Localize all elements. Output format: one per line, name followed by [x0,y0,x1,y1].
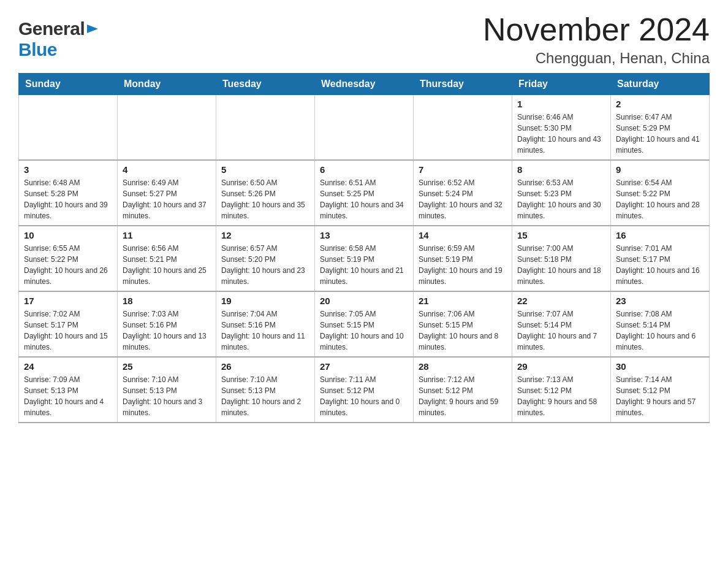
calendar-day-cell: 5Sunrise: 6:50 AM Sunset: 5:26 PM Daylig… [216,160,315,226]
calendar-day-cell: 8Sunrise: 6:53 AM Sunset: 5:23 PM Daylig… [512,160,611,226]
calendar-day-cell [414,95,512,161]
calendar-day-cell: 13Sunrise: 6:58 AM Sunset: 5:19 PM Dayli… [315,226,414,291]
day-info: Sunrise: 7:05 AM Sunset: 5:15 PM Dayligh… [320,308,408,353]
calendar-day-cell: 10Sunrise: 6:55 AM Sunset: 5:22 PM Dayli… [19,226,118,291]
day-number: 19 [221,296,309,306]
day-info: Sunrise: 7:11 AM Sunset: 5:12 PM Dayligh… [320,374,408,418]
calendar-table: SundayMondayTuesdayWednesdayThursdayFrid… [18,73,710,423]
calendar-title: November 2024 [483,12,710,47]
calendar-day-cell: 4Sunrise: 6:49 AM Sunset: 5:27 PM Daylig… [118,160,216,226]
calendar-day-cell: 18Sunrise: 7:03 AM Sunset: 5:16 PM Dayli… [118,291,216,357]
day-number: 24 [24,361,112,372]
day-info: Sunrise: 7:04 AM Sunset: 5:16 PM Dayligh… [221,308,309,353]
day-number: 17 [24,296,112,306]
day-number: 16 [616,230,704,240]
day-info: Sunrise: 7:12 AM Sunset: 5:12 PM Dayligh… [419,374,507,418]
calendar-day-cell: 15Sunrise: 7:00 AM Sunset: 5:18 PM Dayli… [512,226,611,291]
calendar-week-row: 10Sunrise: 6:55 AM Sunset: 5:22 PM Dayli… [19,226,710,291]
day-number: 7 [419,164,507,175]
calendar-day-cell: 24Sunrise: 7:09 AM Sunset: 5:13 PM Dayli… [19,357,118,423]
day-number: 2 [616,99,704,109]
calendar-day-cell: 16Sunrise: 7:01 AM Sunset: 5:17 PM Dayli… [611,226,710,291]
day-info: Sunrise: 6:51 AM Sunset: 5:25 PM Dayligh… [320,177,408,221]
calendar-day-cell: 20Sunrise: 7:05 AM Sunset: 5:15 PM Dayli… [315,291,414,357]
day-number: 26 [221,361,309,372]
day-info: Sunrise: 6:47 AM Sunset: 5:29 PM Dayligh… [616,112,704,156]
day-info: Sunrise: 7:13 AM Sunset: 5:12 PM Dayligh… [517,374,605,418]
weekday-header-thursday: Thursday [414,74,512,95]
calendar-title-block: November 2024 Chengguan, Henan, China [483,12,710,67]
calendar-day-cell: 14Sunrise: 6:59 AM Sunset: 5:19 PM Dayli… [414,226,512,291]
calendar-day-cell: 22Sunrise: 7:07 AM Sunset: 5:14 PM Dayli… [512,291,611,357]
day-info: Sunrise: 7:01 AM Sunset: 5:17 PM Dayligh… [616,243,704,287]
day-number: 6 [320,164,408,175]
day-info: Sunrise: 7:00 AM Sunset: 5:18 PM Dayligh… [517,243,605,287]
day-info: Sunrise: 6:53 AM Sunset: 5:23 PM Dayligh… [517,177,605,221]
day-number: 9 [616,164,704,175]
day-number: 18 [123,296,211,306]
day-number: 29 [517,361,605,372]
weekday-header-saturday: Saturday [611,74,710,95]
calendar-day-cell: 29Sunrise: 7:13 AM Sunset: 5:12 PM Dayli… [512,357,611,423]
day-info: Sunrise: 6:59 AM Sunset: 5:19 PM Dayligh… [419,243,507,287]
calendar-day-cell: 17Sunrise: 7:02 AM Sunset: 5:17 PM Dayli… [19,291,118,357]
day-info: Sunrise: 7:10 AM Sunset: 5:13 PM Dayligh… [123,374,211,418]
calendar-day-cell: 30Sunrise: 7:14 AM Sunset: 5:12 PM Dayli… [611,357,710,423]
weekday-header-sunday: Sunday [19,74,118,95]
day-number: 20 [320,296,408,306]
calendar-day-cell: 2Sunrise: 6:47 AM Sunset: 5:29 PM Daylig… [611,95,710,161]
calendar-day-cell [315,95,414,161]
day-info: Sunrise: 6:52 AM Sunset: 5:24 PM Dayligh… [419,177,507,221]
day-number: 14 [419,230,507,240]
calendar-day-cell: 11Sunrise: 6:56 AM Sunset: 5:21 PM Dayli… [118,226,216,291]
calendar-day-cell: 19Sunrise: 7:04 AM Sunset: 5:16 PM Dayli… [216,291,315,357]
day-number: 10 [24,230,112,240]
calendar-day-cell: 12Sunrise: 6:57 AM Sunset: 5:20 PM Dayli… [216,226,315,291]
calendar-day-cell: 26Sunrise: 7:10 AM Sunset: 5:13 PM Dayli… [216,357,315,423]
calendar-day-cell: 3Sunrise: 6:48 AM Sunset: 5:28 PM Daylig… [19,160,118,226]
weekday-header-row: SundayMondayTuesdayWednesdayThursdayFrid… [19,74,710,95]
day-number: 11 [123,230,211,240]
day-number: 4 [123,164,211,175]
logo-blue-text: Blue [18,39,57,59]
day-info: Sunrise: 7:14 AM Sunset: 5:12 PM Dayligh… [616,374,704,418]
day-number: 15 [517,230,605,240]
calendar-week-row: 1Sunrise: 6:46 AM Sunset: 5:30 PM Daylig… [19,95,710,161]
day-number: 28 [419,361,507,372]
day-info: Sunrise: 6:58 AM Sunset: 5:19 PM Dayligh… [320,243,408,287]
day-info: Sunrise: 6:50 AM Sunset: 5:26 PM Dayligh… [221,177,309,221]
day-info: Sunrise: 7:06 AM Sunset: 5:15 PM Dayligh… [419,308,507,353]
calendar-day-cell [216,95,315,161]
logo: General Blue [18,18,99,60]
day-info: Sunrise: 7:09 AM Sunset: 5:13 PM Dayligh… [24,374,112,418]
calendar-day-cell: 27Sunrise: 7:11 AM Sunset: 5:12 PM Dayli… [315,357,414,423]
day-number: 1 [517,99,605,109]
day-info: Sunrise: 7:08 AM Sunset: 5:14 PM Dayligh… [616,308,704,353]
calendar-week-row: 24Sunrise: 7:09 AM Sunset: 5:13 PM Dayli… [19,357,710,423]
day-info: Sunrise: 6:56 AM Sunset: 5:21 PM Dayligh… [123,243,211,287]
day-info: Sunrise: 6:48 AM Sunset: 5:28 PM Dayligh… [24,177,112,221]
logo-arrow-icon [85,22,99,36]
calendar-week-row: 17Sunrise: 7:02 AM Sunset: 5:17 PM Dayli… [19,291,710,357]
weekday-header-tuesday: Tuesday [216,74,315,95]
day-number: 8 [517,164,605,175]
calendar-day-cell: 25Sunrise: 7:10 AM Sunset: 5:13 PM Dayli… [118,357,216,423]
day-info: Sunrise: 7:10 AM Sunset: 5:13 PM Dayligh… [221,374,309,418]
day-number: 21 [419,296,507,306]
page-header: General Blue November 2024 Chengguan, He… [18,12,710,67]
day-number: 27 [320,361,408,372]
day-info: Sunrise: 6:49 AM Sunset: 5:27 PM Dayligh… [123,177,211,221]
day-info: Sunrise: 7:03 AM Sunset: 5:16 PM Dayligh… [123,308,211,353]
day-number: 13 [320,230,408,240]
weekday-header-wednesday: Wednesday [315,74,414,95]
day-info: Sunrise: 6:57 AM Sunset: 5:20 PM Dayligh… [221,243,309,287]
day-number: 3 [24,164,112,175]
day-info: Sunrise: 6:54 AM Sunset: 5:22 PM Dayligh… [616,177,704,221]
calendar-day-cell [118,95,216,161]
calendar-subtitle: Chengguan, Henan, China [483,50,710,67]
calendar-day-cell: 23Sunrise: 7:08 AM Sunset: 5:14 PM Dayli… [611,291,710,357]
day-number: 23 [616,296,704,306]
day-number: 12 [221,230,309,240]
calendar-day-cell: 21Sunrise: 7:06 AM Sunset: 5:15 PM Dayli… [414,291,512,357]
calendar-day-cell: 1Sunrise: 6:46 AM Sunset: 5:30 PM Daylig… [512,95,611,161]
